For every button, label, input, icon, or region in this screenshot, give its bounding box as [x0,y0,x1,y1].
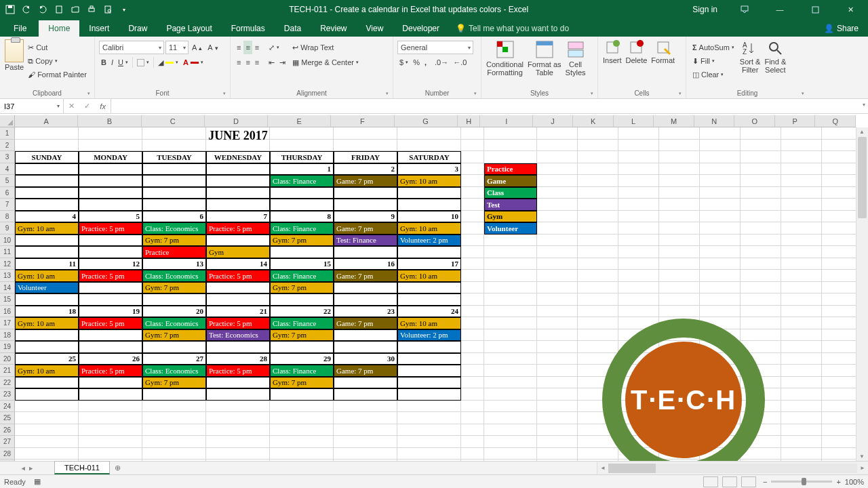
event-cell[interactable]: Gym: 7 pm [270,377,334,389]
merge-center-button[interactable]: ▦Merge & Center ▾ [290,56,361,69]
event-cell[interactable]: Practice [142,246,206,258]
fill-button[interactable]: ⬇Fill ▾ [690,54,736,68]
preview-icon[interactable] [100,2,115,17]
cal-cell[interactable] [334,377,397,389]
cal-cell[interactable] [334,329,397,342]
zoom-out-button[interactable]: − [763,478,767,486]
align-bottom-button[interactable]: ≡ [253,41,261,54]
date-cell[interactable]: 30 [334,353,397,365]
event-cell[interactable]: Gym: 7 pm [270,235,334,247]
event-cell[interactable]: Gym: 10 am [15,317,79,329]
normal-view-button[interactable] [703,476,718,487]
align-middle-button[interactable]: ≡ [243,41,252,54]
format-painter-button[interactable]: 🖌Format Painter [26,68,89,81]
date-cell[interactable] [142,163,206,176]
decrease-indent-button[interactable]: ⇤ [267,56,277,69]
cal-cell[interactable] [79,341,142,353]
event-cell[interactable]: Practice: 5 pm [79,222,142,235]
bold-button[interactable]: B [99,56,108,69]
zoom-slider[interactable] [771,481,832,483]
cal-cell[interactable] [270,388,334,401]
conditional-formatting-button[interactable]: Conditional Formatting [484,38,526,88]
new-sheet-button[interactable]: ⊕ [110,462,126,474]
date-cell[interactable]: 6 [142,211,206,223]
open-icon[interactable] [68,2,83,17]
event-cell[interactable]: Game: 7 pm [334,270,397,282]
ribbon-options-icon[interactable] [730,0,760,19]
date-cell[interactable]: 2 [334,163,397,176]
save-icon[interactable] [3,2,18,17]
tab-nav[interactable]: ◄ ► [0,462,54,474]
sheet-tab[interactable]: TECH-011 [54,461,110,474]
cal-cell[interactable] [206,235,270,247]
date-cell[interactable]: 7 [206,211,270,223]
clear-button[interactable]: ◫Clear ▾ [690,68,736,81]
underline-button[interactable]: U▾ [116,56,130,69]
event-cell[interactable]: Practice: 5 pm [79,270,142,282]
event-cell[interactable]: Class: Economics [142,222,206,235]
font-size-select[interactable]: 11 [165,41,189,54]
date-cell[interactable]: 10 [397,211,461,223]
cal-cell[interactable] [397,293,461,306]
event-cell[interactable]: Gym: 10 am [397,222,461,235]
cal-cell[interactable] [142,293,206,306]
event-cell[interactable]: Test: Finance [334,235,397,247]
worksheet[interactable]: ABCDEFGHIJKLMNOPQ 1234567891011121314151… [0,115,868,461]
align-right-button[interactable]: ≡ [253,56,261,69]
date-cell[interactable]: 26 [79,353,142,365]
maximize-icon[interactable] [800,0,830,19]
tab-page-layout[interactable]: Page Layout [157,20,221,37]
format-cells-button[interactable]: Format [649,38,677,88]
tab-home[interactable]: Home [39,20,79,37]
cal-cell[interactable] [334,282,397,294]
page-layout-view-button[interactable] [722,476,737,487]
sign-in-link[interactable]: Sign in [686,5,724,14]
event-cell[interactable]: Practice: 5 pm [206,317,270,329]
cal-cell[interactable] [15,341,79,353]
event-cell[interactable]: Gym: 10 am [15,270,79,282]
cal-cell[interactable] [206,341,270,353]
cal-cell[interactable] [142,187,206,199]
date-cell[interactable]: 1 [270,163,334,176]
date-cell[interactable]: 11 [15,258,79,270]
date-cell[interactable]: 19 [79,306,142,318]
redo-icon[interactable] [35,2,50,17]
cal-cell[interactable] [79,293,142,306]
name-box[interactable]: I37 [0,99,64,113]
wrap-text-button[interactable]: ↩Wrap Text [290,41,361,54]
date-cell[interactable]: 20 [142,306,206,318]
event-cell[interactable]: Gym: 10 am [15,222,79,235]
italic-button[interactable]: I [109,56,115,69]
date-cell[interactable] [397,353,461,365]
cal-cell[interactable] [15,235,79,247]
comma-button[interactable]: , [422,56,429,69]
event-cell[interactable]: Class: Economics [142,317,206,329]
formula-input[interactable] [111,99,868,113]
cal-cell[interactable] [397,282,461,294]
cell-styles-button[interactable]: Cell Styles [564,38,588,88]
cal-cell[interactable] [206,293,270,306]
date-cell[interactable]: 4 [15,211,79,223]
cal-cell[interactable] [15,388,79,401]
cal-cell[interactable] [270,293,334,306]
event-cell[interactable]: Game: 7 pm [334,365,397,377]
event-cell[interactable]: Class: Finance [270,270,334,282]
cal-cell[interactable] [79,199,142,211]
tab-developer[interactable]: Developer [393,20,449,37]
zoom-level[interactable]: 100% [845,478,864,486]
fill-color-button[interactable]: ◢▾ [156,56,180,69]
share-button[interactable]: 👤Share [814,20,868,37]
cal-cell[interactable] [206,199,270,211]
align-center-button[interactable]: ≡ [243,56,252,69]
date-cell[interactable] [15,163,79,176]
cal-cell[interactable] [334,341,397,353]
date-cell[interactable]: 27 [142,353,206,365]
cal-cell[interactable] [142,341,206,353]
enter-icon[interactable]: ✓ [84,102,90,110]
event-cell[interactable]: Practice: 5 pm [206,365,270,377]
event-cell[interactable]: Gym: 7 pm [270,282,334,294]
tab-insert[interactable]: Insert [79,20,119,37]
cal-cell[interactable] [334,199,397,211]
cal-cell[interactable] [79,282,142,294]
event-cell[interactable]: Volunteer: 2 pm [397,329,461,342]
